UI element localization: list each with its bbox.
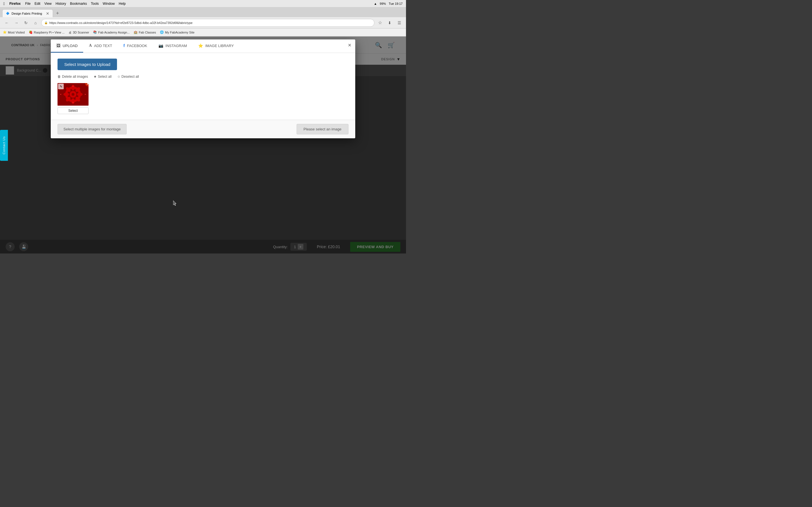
add-text-tab-label: ADD TEXT [94, 44, 112, 48]
image-grid: ✎ ✕ Select [57, 83, 349, 114]
image-thumbnail[interactable]: ✎ ✕ [57, 83, 89, 106]
bookmark-fabclasses[interactable]: 🏫 Fab Classes [134, 31, 156, 34]
bookmarks-bar: ⭐ Most Visited 🍓 Raspberry Pi • View ...… [0, 29, 406, 36]
download-button[interactable]: ⬇ [386, 19, 394, 27]
contact-tab-container: Contact Us [0, 130, 8, 161]
delete-all-link[interactable]: 🗑 Delete all images [57, 75, 88, 78]
instagram-tab-label: INSTAGRAM [165, 44, 187, 48]
menu-items: File Edit View History Bookmarks Tools W… [25, 2, 126, 6]
bookmark-label-3: 3D Scanner [73, 31, 89, 34]
app-name: Firefox [9, 2, 20, 6]
bookmark-label-4: Fab Academy Assign... [98, 31, 130, 34]
refresh-button[interactable]: ↻ [22, 19, 30, 27]
bookmark-icon: ⭐ [3, 31, 7, 34]
home-button[interactable]: ⌂ [32, 19, 40, 27]
delete-icon: 🗑 [57, 75, 61, 78]
bookmark-button[interactable]: ☆ [376, 19, 384, 27]
bookmark-icon-6: 🌐 [160, 31, 164, 34]
modal-body: Select Images to Upload 🗑 Delete all ima… [51, 53, 355, 120]
browser-tab-active[interactable]: 🔷 Design Fabric Printing ✕ [2, 9, 53, 17]
upload-tab-icon: 🖼 [56, 43, 60, 48]
svg-point-11 [63, 93, 69, 96]
clock: Tue 19:17 [389, 2, 403, 5]
lock-icon: 🔒 [44, 21, 48, 24]
new-tab-button[interactable]: + [54, 9, 61, 17]
tab-title: Design Fabric Printing [11, 12, 44, 15]
bookmark-icon-2: 🍓 [29, 31, 33, 34]
modal-overlay: × 🖼 UPLOAD A ADD TEXT f FACEBOOK 📷 INSTA [0, 37, 406, 253]
bookmark-label: Most Visited [8, 31, 25, 34]
contact-us-tab[interactable]: Contact Us [0, 130, 8, 161]
menu-view[interactable]: View [44, 2, 52, 6]
menu-bookmarks[interactable]: Bookmarks [70, 2, 87, 6]
delete-all-label: Delete all images [62, 75, 88, 78]
apple-icon:  [3, 1, 5, 6]
image-library-tab-label: IMAGE LIBRARY [205, 44, 234, 48]
bookmark-icon-4: 📚 [93, 31, 97, 34]
mac-menubar:  Firefox File Edit View History Bookmar… [0, 0, 406, 7]
modal-footer: Select multiple images for montage Pleas… [51, 120, 355, 138]
tab-add-text[interactable]: A ADD TEXT [83, 40, 117, 53]
select-all-label: Select all [98, 75, 112, 78]
address-url: https://www.contrado.co.uk/estore/design… [49, 21, 371, 24]
select-all-link[interactable]: ★ Select all [94, 75, 112, 78]
svg-point-4 [71, 93, 74, 96]
tab-bar: 🔷 Design Fabric Printing ✕ + [0, 7, 406, 17]
menu-history[interactable]: History [56, 2, 66, 6]
modal-tabs: 🖼 UPLOAD A ADD TEXT f FACEBOOK 📷 INSTAGR… [51, 40, 355, 53]
star-icon: ★ [94, 75, 97, 78]
menu-file[interactable]: File [25, 2, 31, 6]
svg-point-7 [77, 93, 83, 96]
image-library-tab-icon: ⭐ [198, 43, 203, 48]
bookmark-fabacademy[interactable]: 📚 Fab Academy Assign... [93, 31, 130, 34]
upload-tab-label: UPLOAD [63, 44, 78, 48]
modal-close-button[interactable]: × [348, 42, 351, 48]
modal-dialog: × 🖼 UPLOAD A ADD TEXT f FACEBOOK 📷 INSTA [51, 40, 355, 138]
select-images-button[interactable]: Select Images to Upload [57, 59, 117, 70]
deselect-all-link[interactable]: ☆ Deselect all [117, 75, 139, 78]
image-edit-button[interactable]: ✎ [58, 83, 64, 89]
menu-button[interactable]: ☰ [395, 19, 403, 27]
star-outline-icon: ☆ [117, 75, 120, 78]
image-actions: 🗑 Delete all images ★ Select all ☆ Desel… [57, 75, 349, 78]
menu-tools[interactable]: Tools [91, 2, 99, 6]
bookmark-label-6: My FabAcademy Site [165, 31, 195, 34]
menu-help[interactable]: Help [119, 2, 126, 6]
list-item: ✎ ✕ Select [57, 83, 89, 114]
bookmark-label-2: Raspberry Pi • View ... [34, 31, 64, 34]
facebook-tab-label: FACEBOOK [127, 44, 147, 48]
bookmark-3dscanner[interactable]: 🖨 3D Scanner [68, 31, 89, 34]
page-content: CONTRADO UK › FABRICS BY PROPERTIES › SA… [0, 37, 406, 253]
bookmark-icon-5: 🏫 [134, 31, 138, 34]
deselect-all-label: Deselect all [121, 75, 139, 78]
instagram-tab-icon: 📷 [158, 43, 163, 48]
tab-facebook[interactable]: f FACEBOOK [118, 40, 153, 53]
add-text-tab-icon: A [89, 43, 92, 48]
wifi-icon: ▲ [374, 2, 377, 5]
browser-chrome: 🔷 Design Fabric Printing ✕ + ← → ↻ ⌂ 🔒 h… [0, 7, 406, 37]
bookmark-most-visited[interactable]: ⭐ Most Visited [3, 31, 25, 34]
select-montage-button[interactable]: Select multiple images for montage [57, 124, 126, 134]
bookmark-icon-3: 🖨 [68, 31, 71, 34]
tab-favicon: 🔷 [6, 12, 9, 15]
menu-edit[interactable]: Edit [35, 2, 40, 6]
menu-window[interactable]: Window [103, 2, 115, 6]
nav-bar: ← → ↻ ⌂ 🔒 https://www.contrado.co.uk/est… [0, 17, 406, 29]
tab-image-library[interactable]: ⭐ IMAGE LIBRARY [193, 40, 239, 53]
bookmark-label-5: Fab Classes [139, 31, 156, 34]
please-select-image-button[interactable]: Please select an image [297, 124, 349, 134]
address-bar[interactable]: 🔒 https://www.contrado.co.uk/estore/desi… [41, 19, 374, 27]
tab-instagram[interactable]: 📷 INSTAGRAM [153, 40, 193, 53]
bookmark-myfabacademy[interactable]: 🌐 My FabAcademy Site [160, 31, 195, 34]
bookmark-raspberry[interactable]: 🍓 Raspberry Pi • View ... [29, 31, 64, 34]
menubar-right: ▲ 99% Tue 19:17 [374, 2, 403, 5]
tab-upload[interactable]: 🖼 UPLOAD [51, 40, 83, 53]
image-select-button[interactable]: Select [57, 107, 89, 114]
battery-icon: 99% [380, 2, 386, 5]
forward-button[interactable]: → [12, 19, 20, 27]
tab-close-btn[interactable]: ✕ [46, 11, 49, 16]
back-button[interactable]: ← [3, 19, 11, 27]
facebook-tab-icon: f [123, 43, 125, 48]
